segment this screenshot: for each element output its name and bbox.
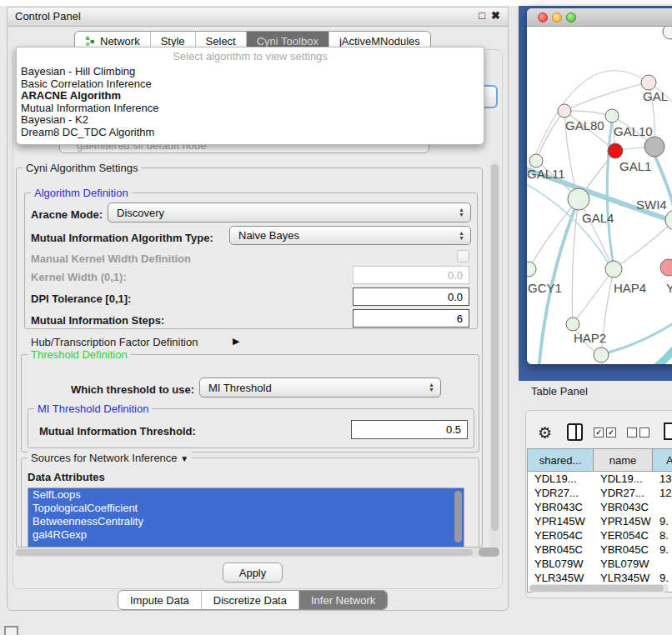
close-traffic-light-icon[interactable] xyxy=(538,12,548,22)
network-node[interactable] xyxy=(660,259,672,276)
network-edge[interactable] xyxy=(607,120,613,262)
close-window-icon[interactable]: ✖ xyxy=(491,9,500,22)
attribute-list-item-partial[interactable] xyxy=(28,542,464,548)
network-node[interactable] xyxy=(558,104,571,118)
settings-horizontal-scrollbar[interactable] xyxy=(14,548,483,558)
network-node[interactable] xyxy=(529,154,543,168)
minimize-traffic-light-icon[interactable] xyxy=(552,12,562,22)
table-row[interactable]: YDL19...YDL19...13 xyxy=(528,472,672,486)
network-node[interactable] xyxy=(527,262,536,277)
table-cell: 13 xyxy=(653,472,672,486)
node-label: GAL11 xyxy=(527,167,565,181)
attributes-list-scrollbar[interactable] xyxy=(454,491,462,542)
node-label: SWI4 xyxy=(636,198,667,212)
network-node[interactable] xyxy=(605,109,619,122)
document-icon[interactable] xyxy=(664,422,672,440)
unchecked-checkbox-icon[interactable] xyxy=(627,428,637,438)
network-edge[interactable] xyxy=(601,302,672,354)
network-node[interactable] xyxy=(566,318,579,331)
attribute-list-item[interactable]: BetweennessCentrality xyxy=(28,515,464,528)
mi-algorithm-type-label: Mutual Information Algorithm Type: xyxy=(31,232,213,244)
table-header-row: shared... name A xyxy=(528,449,672,472)
tab-discretize-data[interactable]: Discretize Data xyxy=(201,591,298,609)
algorithm-option[interactable]: Mutual Information Inference xyxy=(17,102,484,115)
hub-definition-label[interactable]: Hub/Transcription Factor Definition xyxy=(31,336,198,348)
aracne-mode-combobox[interactable]: Discovery ▲▼ xyxy=(108,202,471,222)
network-node[interactable] xyxy=(568,188,589,210)
manual-kernel-width-label: Manual Kernel Width Definition xyxy=(31,252,191,265)
algorithm-option[interactable]: Dream8 DC_TDC Algorithm xyxy=(17,127,484,139)
attribute-list-item[interactable]: SelfLoops xyxy=(28,488,464,502)
settings-scroll-area: Cyni Algorithm Settings Algorithm Defini… xyxy=(14,161,489,548)
unchecked-checkbox-icon[interactable] xyxy=(639,428,649,438)
network-node[interactable] xyxy=(608,143,623,158)
table-cell: 12 xyxy=(653,486,672,500)
network-edge[interactable] xyxy=(564,111,612,116)
attribute-list-item[interactable]: gal4RGexp xyxy=(28,528,464,542)
network-node[interactable] xyxy=(665,210,672,230)
apply-button[interactable]: Apply xyxy=(223,562,283,582)
network-graph: GALGAL80GAL10GAL1GAL11GAL4SWI4GCY1HAP4YH… xyxy=(527,27,672,364)
network-node[interactable] xyxy=(641,75,656,90)
table-row[interactable]: YBR045CYBR045C9. xyxy=(528,542,672,557)
split-columns-icon[interactable] xyxy=(567,423,583,441)
network-node[interactable] xyxy=(594,348,609,362)
table-horizontal-scrollbar[interactable] xyxy=(529,584,669,592)
network-edge[interactable] xyxy=(529,199,579,269)
data-attributes-list[interactable]: SelfLoopsTopologicalCoefficientBetweenne… xyxy=(28,488,464,548)
column-header-shared-name[interactable]: shared... xyxy=(528,449,594,471)
algorithm-option[interactable]: Basic Correlation Inference xyxy=(17,78,484,91)
threshold-definition-legend: Threshold Definition xyxy=(28,348,131,361)
algorithm-dropdown-prompt: Select algorithm to view settings xyxy=(17,48,484,66)
which-threshold-combobox[interactable]: MI Threshold ▲▼ xyxy=(199,378,441,398)
mi-algorithm-type-combobox[interactable]: Naive Bayes ▲▼ xyxy=(229,226,471,245)
table-body[interactable]: YDL19...YDL19...13YDR27...YDR27...12YBR0… xyxy=(528,472,672,592)
algorithm-option[interactable]: ARACNE Algorithm xyxy=(17,90,484,102)
table-row[interactable]: YER054CYER054C8. xyxy=(528,528,672,542)
tab-infer-network[interactable]: Infer Network xyxy=(298,591,387,609)
algorithm-option[interactable]: Bayesian - Hill Climbing xyxy=(17,66,484,78)
table-cell: YBR045C xyxy=(528,542,594,557)
dpi-tolerance-input[interactable]: 0.0 xyxy=(353,288,469,306)
sources-legend[interactable]: Sources for Network Inference ▼ xyxy=(28,452,192,464)
checked-checkbox-icon[interactable]: ✓ xyxy=(606,428,616,438)
tab-impute-data[interactable]: Impute Data xyxy=(118,591,201,609)
table-row[interactable]: YBR043CYBR043C xyxy=(528,500,672,514)
network-edge[interactable] xyxy=(564,82,649,111)
settings-vertical-scrollbar[interactable] xyxy=(489,161,500,549)
column-header-name[interactable]: name xyxy=(594,449,653,471)
table-row[interactable]: YPR145WYPR145W9. xyxy=(528,514,672,528)
mi-steps-label: Mutual Information Steps: xyxy=(31,314,164,327)
attribute-list-item[interactable]: TopologicalCoefficient xyxy=(28,502,464,515)
manual-kernel-width-checkbox[interactable] xyxy=(457,250,469,262)
table-row[interactable]: YDR27...YDR27...12 xyxy=(528,486,672,500)
network-node[interactable] xyxy=(644,137,664,157)
algorithm-option[interactable]: Bayesian - K2 xyxy=(17,114,484,127)
network-node[interactable] xyxy=(663,27,672,39)
node-label: GCY1 xyxy=(528,281,562,295)
network-icon xyxy=(85,36,96,47)
float-window-icon[interactable]: □ xyxy=(479,9,485,22)
tab-label: Impute Data xyxy=(130,594,189,607)
network-edge[interactable] xyxy=(536,111,564,161)
data-attributes-label: Data Attributes xyxy=(28,471,105,483)
kernel-width-input[interactable]: 0.0 xyxy=(353,266,469,284)
network-canvas[interactable]: GALGAL80GAL10GAL1GAL11GAL4SWI4GCY1HAP4YH… xyxy=(527,27,672,364)
network-edge[interactable] xyxy=(573,269,614,324)
table-cell: YBR043C xyxy=(528,500,594,514)
collapse-triangle-icon[interactable]: ▼ xyxy=(180,454,188,463)
network-view-window[interactable]: GALGAL80GAL10GAL1GAL11GAL4SWI4GCY1HAP4YH… xyxy=(527,8,672,364)
column-header-cut[interactable]: A xyxy=(653,449,672,471)
table-row[interactable]: YLR345WYLR345W9. xyxy=(528,571,672,585)
table-row[interactable]: YBL079WYBL079W xyxy=(528,557,672,571)
network-edge[interactable] xyxy=(572,199,579,324)
checked-checkbox-icon[interactable]: ✓ xyxy=(594,428,604,438)
mi-steps-input[interactable]: 6 xyxy=(353,309,469,328)
expand-triangle-icon[interactable]: ▶ xyxy=(233,336,239,347)
docked-panel-button[interactable] xyxy=(4,626,18,635)
network-node[interactable] xyxy=(605,261,622,278)
gear-icon[interactable]: ⚙ xyxy=(538,425,552,441)
mi-threshold-input[interactable]: 0.5 xyxy=(351,420,468,439)
node-label: GAL xyxy=(643,89,668,103)
zoom-traffic-light-icon[interactable] xyxy=(566,12,576,22)
